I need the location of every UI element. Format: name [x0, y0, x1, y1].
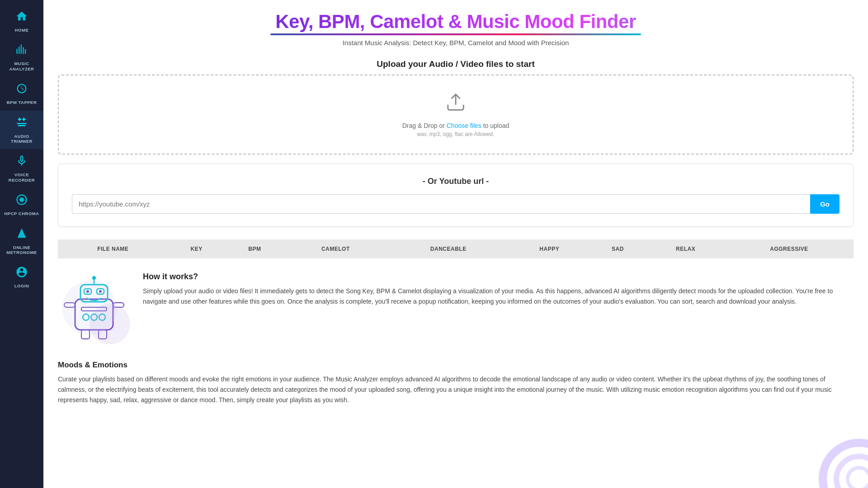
- online-metronome-icon: [15, 227, 28, 243]
- upload-dropzone[interactable]: Drag & Drop or Choose files to upload wa…: [58, 75, 854, 155]
- youtube-go-button[interactable]: Go: [810, 194, 840, 214]
- results-table-header: FILE NAME KEY BPM CAMELOT DANCEABLE HAPP…: [58, 239, 854, 258]
- upload-section-title: Upload your Audio / Video files to start: [58, 59, 854, 69]
- upload-drag-text: Drag & Drop or Choose files to upload: [402, 122, 509, 129]
- bpm-tapper-icon: [15, 82, 28, 98]
- col-sad: SAD: [589, 239, 646, 258]
- sidebar-item-label: LOGIN: [14, 283, 29, 288]
- svg-rect-0: [16, 49, 17, 54]
- youtube-input-row: Go: [72, 194, 840, 214]
- sidebar-item-bpm-tapper[interactable]: BPM TAPPER: [0, 77, 43, 110]
- sidebar-item-label: VOICE RECORDER: [9, 172, 35, 183]
- sidebar-item-login[interactable]: LOGIN: [0, 260, 43, 294]
- col-camelot: CAMELOT: [284, 239, 387, 258]
- voice-recorder-icon: [15, 155, 28, 170]
- moods-title: Moods & Emotions: [58, 361, 854, 370]
- results-table: FILE NAME KEY BPM CAMELOT DANCEABLE HAPP…: [58, 239, 854, 258]
- home-icon: [15, 10, 28, 26]
- page-title-section: Key, BPM, Camelot & Music Mood Finder: [58, 11, 854, 35]
- col-key: KEY: [168, 239, 225, 258]
- sidebar-item-label: ONLINE METRONOME: [6, 245, 37, 255]
- upload-allowed-formats: wav, mp3, ogg, flac are Allowed.: [417, 131, 494, 137]
- how-it-works-content: How it works? Simply upload your audio o…: [143, 272, 854, 307]
- main-content: Key, BPM, Camelot & Music Mood Finder In…: [43, 0, 868, 488]
- svg-rect-3: [23, 47, 24, 54]
- title-underline: [270, 33, 641, 35]
- login-icon: [15, 266, 28, 282]
- sidebar-item-label: AUDIO TRIMMER: [11, 134, 33, 144]
- sidebar-item-label: HPCP CHROMA: [4, 211, 39, 216]
- how-it-works-section: How it works? Simply upload your audio o…: [58, 272, 854, 344]
- youtube-url-input[interactable]: [72, 194, 810, 214]
- col-aggressive: AGGRESSIVE: [725, 239, 854, 258]
- youtube-section: - Or Youtube url - Go: [58, 164, 854, 227]
- blob-purple: [90, 304, 130, 344]
- sidebar-item-music-analyzer[interactable]: MUSIC ANALYZER: [0, 38, 43, 77]
- youtube-section-title: - Or Youtube url -: [72, 177, 840, 186]
- results-table-header-row: FILE NAME KEY BPM CAMELOT DANCEABLE HAPP…: [58, 239, 854, 258]
- sidebar-item-label: BPM TAPPER: [7, 100, 37, 105]
- svg-point-5: [19, 197, 24, 202]
- col-bpm: BPM: [225, 239, 285, 258]
- svg-rect-1: [19, 47, 19, 54]
- svg-point-12: [92, 276, 96, 280]
- col-relax: RELAX: [646, 239, 725, 258]
- audio-trimmer-icon: [15, 116, 28, 132]
- svg-rect-4: [25, 49, 26, 54]
- sidebar: HOME MUSIC ANALYZER BPM TAPPER AUDIO TRI…: [0, 0, 43, 488]
- sidebar-item-hpcp-chroma[interactable]: HPCP CHROMA: [0, 188, 43, 221]
- svg-point-6: [21, 235, 22, 236]
- upload-icon: [445, 92, 466, 117]
- choose-files-link[interactable]: Choose files: [447, 122, 481, 129]
- svg-rect-2: [21, 45, 22, 54]
- how-it-works-title: How it works?: [143, 272, 854, 282]
- robot-illustration: [58, 272, 130, 344]
- sidebar-item-voice-recorder[interactable]: VOICE RECORDER: [0, 149, 43, 188]
- sidebar-item-label: HOME: [15, 28, 29, 33]
- page-title: Key, BPM, Camelot & Music Mood Finder: [58, 11, 854, 33]
- col-danceable: DANCEABLE: [387, 239, 510, 258]
- sidebar-item-label: MUSIC ANALYZER: [9, 61, 34, 71]
- col-filename: FILE NAME: [58, 239, 168, 258]
- how-it-works-text: Simply upload your audio or video files!…: [143, 286, 854, 307]
- page-subtitle: Instant Music Analysis: Detect Key, BPM,…: [58, 39, 854, 47]
- hpcp-chroma-icon: [15, 193, 28, 209]
- sidebar-item-audio-trimmer[interactable]: AUDIO TRIMMER: [0, 111, 43, 150]
- moods-text: Curate your playlists based on different…: [58, 374, 854, 405]
- music-analyzer-icon: [15, 43, 28, 59]
- sidebar-item-online-metronome[interactable]: ONLINE METRONOME: [0, 222, 43, 261]
- sidebar-item-home[interactable]: HOME: [0, 5, 43, 38]
- col-happy: HAPPY: [510, 239, 589, 258]
- moods-section: Moods & Emotions Curate your playlists b…: [58, 361, 854, 405]
